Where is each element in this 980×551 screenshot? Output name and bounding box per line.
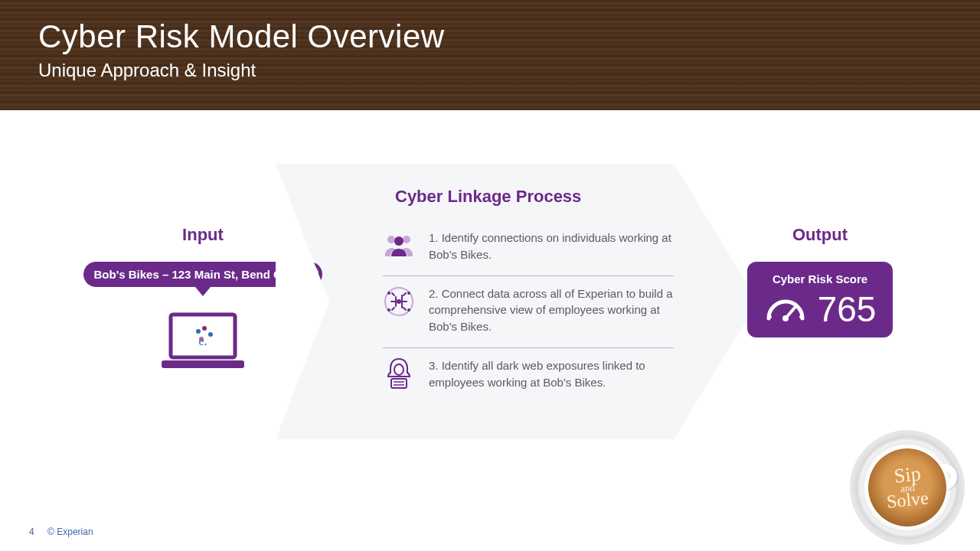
process-step-1: 1. Identify connections on individuals w… — [383, 220, 674, 276]
process-section: Cyber Linkage Process 1. Identify connec… — [383, 187, 674, 403]
step-body: Connect data across all of Experian to b… — [429, 287, 673, 334]
svg-rect-20 — [391, 379, 407, 388]
circuit-icon — [383, 285, 415, 318]
process-step-2-text: 2. Connect data across all of Experian t… — [429, 285, 674, 335]
svg-point-25 — [769, 315, 772, 318]
footer: 4 © Experian — [29, 527, 93, 537]
svg-text:e.: e. — [198, 334, 207, 347]
process-step-3: 3. Identify all dark web exposures linke… — [383, 348, 674, 403]
input-pill-text: Bob's Bikes – 123 Main St, Bend OR — [94, 268, 291, 281]
output-section: Output Cyber Risk Score 765 — [747, 225, 893, 337]
process-heading: Cyber Linkage Process — [383, 187, 674, 207]
score-value: 765 — [818, 292, 877, 327]
step-num: 3. — [429, 359, 439, 372]
page-title: Cyber Risk Model Overview — [38, 18, 980, 55]
svg-point-27 — [784, 300, 787, 303]
svg-point-10 — [387, 236, 395, 243]
page-subtitle: Unique Approach & Insight — [38, 60, 980, 81]
score-label: Cyber Risk Score — [760, 272, 880, 285]
svg-rect-4 — [162, 360, 244, 368]
svg-point-7 — [208, 332, 213, 337]
svg-point-18 — [397, 299, 401, 304]
svg-point-26 — [773, 305, 776, 308]
svg-point-29 — [799, 315, 802, 318]
svg-point-19 — [394, 364, 403, 375]
svg-point-28 — [795, 305, 798, 308]
svg-point-6 — [202, 326, 207, 331]
gauge-icon — [764, 292, 807, 326]
output-heading: Output — [747, 225, 893, 245]
process-step-2: 2. Connect data across all of Experian t… — [383, 276, 674, 348]
svg-point-24 — [782, 315, 789, 321]
laptop-icon: e. — [157, 311, 249, 376]
svg-point-17 — [407, 308, 410, 311]
slide-body: Input Bob's Bikes – 123 Main St, Bend OR — [0, 110, 980, 551]
chevron-notch — [276, 164, 329, 439]
step-num: 1. — [429, 231, 439, 244]
svg-point-16 — [407, 292, 410, 295]
people-icon — [383, 230, 415, 262]
header: Cyber Risk Model Overview Unique Approac… — [0, 0, 980, 110]
logo-line2: Solve — [886, 491, 929, 510]
step-body: Identify connections on individuals work… — [429, 231, 671, 261]
svg-point-14 — [387, 292, 390, 295]
svg-point-5 — [196, 329, 201, 334]
page-number: 4 — [29, 527, 34, 537]
process-step-1-text: 1. Identify connections on individuals w… — [429, 230, 674, 263]
hacker-icon — [383, 357, 415, 390]
score-card: Cyber Risk Score 765 — [747, 262, 893, 337]
svg-point-12 — [394, 236, 403, 246]
process-step-3-text: 3. Identify all dark web exposures linke… — [429, 357, 674, 391]
sip-and-solve-logo: Sip and Solve — [850, 430, 965, 545]
svg-point-11 — [403, 236, 410, 243]
copyright: © Experian — [47, 527, 93, 537]
step-body: Identify all dark web exposures linked t… — [429, 359, 645, 389]
svg-point-15 — [387, 308, 390, 311]
pill-tail-icon — [195, 287, 211, 296]
step-num: 2. — [429, 287, 439, 300]
